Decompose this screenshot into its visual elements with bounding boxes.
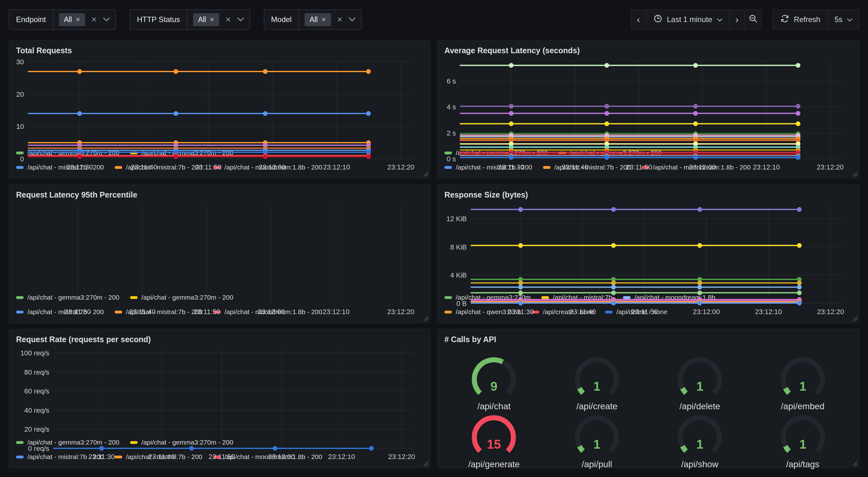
chart-latency-p95[interactable]: 23:11:3023:11:4023:11:5023:12:0023:12:10… — [12, 201, 425, 290]
chart-average-latency[interactable]: 23:11:3023:11:4023:11:5023:12:0023:12:10… — [440, 56, 854, 145]
x-axis-tick-label: 23:12:00 — [258, 163, 286, 171]
panel-title[interactable]: Total Requests — [9, 40, 430, 56]
series-point — [99, 446, 104, 451]
x-axis-tick-label: 23:12:00 — [689, 163, 716, 171]
gauge-fill — [785, 388, 788, 393]
remove-icon[interactable]: × — [210, 16, 214, 23]
gauge-value: 15 — [487, 437, 501, 451]
filter-endpoint-label: Endpoint — [9, 10, 53, 29]
x-axis-tick-label: 23:12:00 — [693, 308, 720, 316]
series-point — [797, 243, 802, 248]
chart-canvas[interactable]: 23:11:3023:11:4023:11:5023:12:0023:12:10… — [12, 56, 425, 174]
time-range-button[interactable]: Last 1 minute — [646, 9, 730, 30]
filter-endpoint[interactable]: Endpoint All × × — [9, 9, 116, 30]
chart-canvas[interactable]: 23:11:3023:11:4023:11:5023:12:0023:12:10… — [12, 345, 425, 464]
series-point — [693, 63, 698, 68]
panel-resize-handle[interactable] — [422, 460, 429, 467]
series-point — [697, 243, 702, 248]
x-axis-tick-label: 23:11:40 — [569, 308, 596, 316]
y-axis-tick-label: 20 — [17, 90, 24, 98]
gauge-fill — [474, 360, 503, 393]
y-axis-tick-label: 6 s — [446, 77, 456, 85]
series — [471, 243, 802, 248]
clear-icon[interactable]: × — [225, 15, 230, 24]
time-picker-group: ‹ Last 1 minute › — [631, 9, 762, 30]
time-shift-forward-button[interactable]: › — [730, 9, 745, 30]
panel-title[interactable]: Average Request Latency (seconds) — [437, 40, 859, 56]
filter-http-status-value[interactable]: All × × — [187, 10, 250, 29]
panel-title[interactable]: Response Size (bytes) — [437, 185, 859, 201]
clear-icon[interactable]: × — [337, 15, 342, 24]
chevron-down-icon[interactable] — [349, 17, 355, 22]
filter-model[interactable]: Model All × × — [264, 9, 362, 30]
time-shift-back-button[interactable]: ‹ — [631, 9, 646, 30]
gauge-api-tags: 1/api/tags — [751, 412, 854, 470]
filter-http-status-pill[interactable]: All × — [193, 13, 219, 26]
series-point — [366, 154, 371, 159]
zoom-out-time-button[interactable] — [745, 9, 762, 30]
refresh-interval-label: 5s — [835, 15, 842, 24]
series-point — [611, 301, 616, 305]
chart-total-requests[interactable]: 23:11:3023:11:4023:11:5023:12:0023:12:10… — [12, 56, 425, 145]
chevron-down-icon — [717, 15, 722, 24]
refresh-interval-button[interactable]: 5s — [828, 9, 859, 30]
remove-icon[interactable]: × — [321, 16, 326, 23]
clear-icon[interactable]: × — [91, 15, 96, 24]
y-axis-tick-label: 100 req/s — [21, 349, 50, 357]
x-axis-tick-label: 23:12:20 — [388, 163, 414, 171]
chart-response-size[interactable]: 23:11:3023:11:4023:11:5023:12:0023:12:10… — [440, 201, 854, 290]
panel-resize-handle[interactable] — [851, 171, 858, 177]
refresh-group: Refresh 5s — [772, 9, 859, 30]
gauge-label: /api/show — [681, 459, 718, 470]
chevron-left-icon: ‹ — [637, 14, 640, 25]
series-point — [693, 104, 698, 109]
chart-canvas[interactable]: 23:11:3023:11:4023:11:5023:12:0023:12:10… — [440, 201, 854, 319]
refresh-button[interactable]: Refresh — [772, 9, 828, 30]
gauge-arc: 15 — [467, 412, 521, 459]
chart-canvas[interactable]: 23:11:3023:11:4023:11:5023:12:0023:12:10… — [440, 56, 854, 174]
filter-model-value[interactable]: All × × — [299, 10, 361, 29]
panel-resize-handle[interactable] — [422, 316, 429, 322]
y-axis-tick-label: 80 req/s — [24, 368, 50, 376]
x-axis-tick-label: 23:11:50 — [195, 163, 221, 171]
gauge-fill — [580, 388, 583, 393]
gauge-arc: 1 — [776, 354, 830, 401]
chevron-down-icon[interactable] — [237, 17, 244, 22]
gauge-label: /api/generate — [468, 459, 520, 470]
refresh-icon — [780, 14, 789, 25]
panel-title[interactable]: Request Latency 95th Percentile — [9, 185, 430, 201]
x-axis-tick-label: 23:12:20 — [388, 308, 414, 316]
y-axis-tick-label: 4 s — [446, 103, 456, 111]
chart-canvas[interactable]: 23:11:3023:11:4023:11:5023:12:0023:12:10… — [12, 201, 425, 319]
remove-icon[interactable]: × — [75, 16, 80, 23]
panel-resize-handle[interactable] — [422, 171, 429, 177]
chevron-down-icon[interactable] — [103, 17, 110, 22]
chevron-right-icon: › — [735, 14, 739, 25]
series-point — [509, 111, 514, 116]
filter-endpoint-value[interactable]: All × × — [53, 10, 116, 29]
gauge-value: 1 — [593, 437, 600, 451]
series-point — [796, 121, 800, 126]
series — [28, 111, 371, 116]
series-point — [518, 243, 523, 248]
filter-endpoint-pill-text: All — [64, 16, 72, 24]
y-axis-tick-label: 0 s — [446, 155, 456, 163]
x-axis-tick-label: 23:11:50 — [631, 308, 658, 316]
gauge-api-generate: 15/api/generate — [442, 412, 546, 470]
panel-resize-handle[interactable] — [851, 316, 858, 322]
y-axis-tick-label: 40 req/s — [24, 407, 50, 414]
series-point — [263, 69, 268, 74]
x-axis-tick-label: 23:12:10 — [328, 453, 355, 460]
gauge-label: /api/delete — [679, 401, 720, 412]
filter-model-pill[interactable]: All × — [305, 13, 331, 26]
series-point — [604, 121, 609, 126]
panel-resize-handle[interactable] — [851, 460, 858, 467]
chart-request-rate[interactable]: 23:11:3023:11:4023:11:5023:12:0023:12:10… — [12, 345, 425, 435]
gauge-arc: 1 — [673, 412, 727, 459]
panel-title[interactable]: # Calls by API — [437, 329, 859, 345]
panel-title[interactable]: Request Rate (requests per second) — [9, 329, 430, 345]
x-axis-tick-label: 23:11:40 — [148, 453, 175, 460]
filter-http-status[interactable]: HTTP Status All × × — [130, 9, 250, 30]
series-point — [263, 111, 268, 116]
filter-endpoint-pill[interactable]: All × — [59, 13, 85, 26]
